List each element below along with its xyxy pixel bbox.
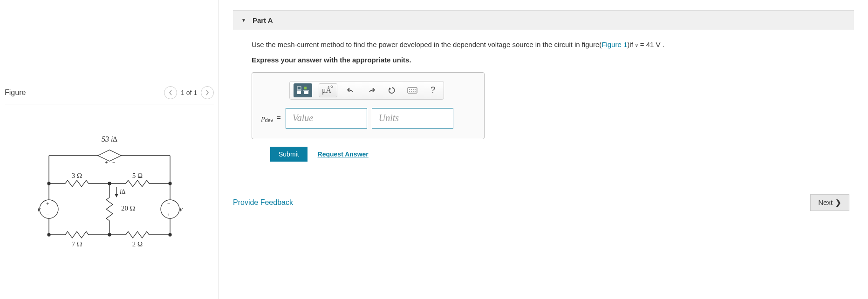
v-right-label: v (179, 205, 183, 213)
request-answer-link[interactable]: Request Answer (318, 150, 369, 158)
keyboard-button[interactable] (405, 83, 419, 97)
provide-feedback-link[interactable]: Provide Feedback (233, 198, 293, 207)
figure-title: Figure (5, 88, 26, 97)
r1-label: 3 Ω (71, 172, 82, 179)
next-label: Next (818, 198, 833, 206)
svg-rect-39 (304, 91, 308, 94)
redo-button[interactable] (364, 83, 378, 97)
collapse-triangle-icon: ▼ (241, 18, 246, 23)
content-panel: ▼ Part A Use the mesh-current method to … (219, 0, 868, 299)
units-input[interactable] (372, 108, 453, 129)
part-title: Part A (253, 16, 273, 24)
footer-row: Provide Feedback Next ❯ (233, 194, 854, 211)
submit-row: Submit Request Answer (252, 147, 835, 162)
question-var-v: v (635, 41, 638, 48)
part-header[interactable]: ▼ Part A (233, 10, 854, 30)
r3-label: 20 Ω (121, 204, 135, 212)
svg-marker-2 (98, 150, 121, 161)
svg-text:+: + (167, 212, 170, 217)
templates-button[interactable] (294, 83, 312, 97)
value-input[interactable] (286, 108, 367, 129)
fraction-template-icon (296, 86, 309, 95)
question-body: Use the mesh-current method to find the … (233, 30, 854, 162)
svg-text:+: + (46, 201, 49, 206)
r4-label: 7 Ω (71, 240, 82, 248)
next-button[interactable]: Next ❯ (810, 194, 849, 211)
question-text: Use the mesh-current method to find the … (252, 40, 835, 50)
circuit-diagram: 53 i∆ + − 3 Ω 5 Ω 20 Ω 7 Ω 2 Ω i∆ v + − … (5, 128, 214, 258)
answer-input-row: pdev = (261, 108, 475, 129)
units-picker-label: μÅ (322, 86, 331, 95)
v-left-label: v (37, 205, 41, 213)
answer-box: μÅ ? (252, 72, 485, 139)
r5-label: 2 Ω (132, 240, 142, 248)
svg-rect-36 (297, 91, 301, 94)
svg-rect-35 (297, 87, 301, 89)
svg-marker-42 (389, 88, 391, 90)
svg-text:−: − (167, 201, 170, 206)
answer-instruction: Express your answer with the appropriate… (252, 56, 835, 64)
reset-button[interactable] (385, 83, 399, 97)
svg-text:−: − (46, 212, 49, 217)
svg-rect-43 (408, 88, 417, 93)
question-mid: )if (627, 41, 635, 48)
redo-icon (367, 87, 376, 94)
figure-prev-button[interactable] (164, 86, 177, 99)
answer-toolbar: μÅ ? (289, 81, 444, 100)
svg-point-41 (331, 86, 333, 88)
units-picker-button[interactable]: μÅ (319, 83, 337, 97)
figure-link[interactable]: Figure 1 (601, 41, 627, 48)
i-delta-label: i∆ (120, 188, 126, 195)
svg-text:−: − (112, 159, 115, 165)
chevron-left-icon (169, 90, 172, 95)
reset-icon (388, 86, 396, 95)
submit-button[interactable]: Submit (270, 147, 308, 162)
chevron-right-icon: ❯ (835, 198, 841, 207)
keyboard-icon (407, 87, 417, 94)
question-prefix: Use the mesh-current method to find the … (252, 41, 601, 48)
help-button[interactable]: ? (426, 83, 440, 97)
undo-icon (347, 87, 355, 94)
figure-nav: 1 of 1 (164, 86, 214, 99)
svg-rect-38 (304, 87, 307, 89)
figure-header: Figure 1 of 1 (5, 82, 214, 104)
help-label: ? (431, 85, 435, 95)
figure-position: 1 of 1 (181, 89, 197, 96)
question-suffix: = 41 V . (638, 41, 664, 48)
figure-panel: Figure 1 of 1 (0, 0, 219, 299)
figure-next-button[interactable] (201, 86, 214, 99)
r2-label: 5 Ω (132, 172, 142, 179)
answer-variable-label: pdev = (261, 114, 281, 123)
svg-text:+: + (105, 159, 108, 165)
dep-source-label: 53 i∆ (101, 135, 117, 143)
ring-icon (330, 85, 333, 88)
svg-marker-28 (115, 194, 118, 197)
chevron-right-icon (205, 90, 209, 95)
undo-button[interactable] (344, 83, 358, 97)
circuit-svg: 53 i∆ + − 3 Ω 5 Ω 20 Ω 7 Ω 2 Ω i∆ v + − … (26, 128, 193, 258)
